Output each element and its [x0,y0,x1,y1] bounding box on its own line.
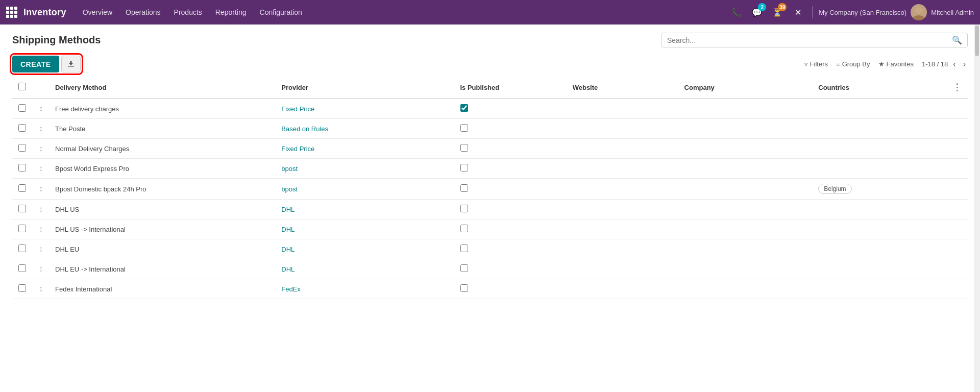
row-checkbox[interactable] [18,225,26,232]
pagination-next[interactable]: › [961,59,968,70]
is-published-checkbox[interactable] [460,104,468,112]
provider-link[interactable]: DHL [281,265,295,273]
delivery-method-link[interactable]: DHL US -> International [55,226,126,233]
provider-link[interactable]: bpost [281,165,298,173]
delivery-method-link[interactable]: The Poste [55,125,85,133]
delivery-method-link[interactable]: DHL US [55,206,79,213]
provider-link[interactable]: DHL [281,246,295,253]
app-grid-icon[interactable] [6,7,17,18]
import-button[interactable] [61,56,81,72]
drag-handle-icon[interactable]: ↕ [39,264,43,274]
table-row[interactable]: ↕DHL EUDHL [12,239,968,259]
company-cell [678,99,813,119]
is-published-cell [454,159,567,179]
is-published-cell [454,239,567,259]
company-name[interactable]: My Company (San Francisco) [819,9,906,16]
drag-handle-icon[interactable]: ↕ [39,205,43,214]
group-by-button[interactable]: ≡ Group By [836,60,870,68]
is-published-checkbox[interactable] [460,184,468,192]
row-more-cell [946,259,968,279]
company-cell [678,219,813,239]
table-row[interactable]: ↕DHL EU -> InternationalDHL [12,259,968,279]
row-checkbox[interactable] [18,184,26,192]
user-avatar[interactable] [911,4,927,20]
is-published-checkbox[interactable] [460,225,468,232]
is-published-checkbox[interactable] [460,264,468,272]
is-published-checkbox[interactable] [460,244,468,252]
drag-handle-icon[interactable]: ↕ [39,184,43,193]
table-row[interactable]: ↕The PosteBased on Rules [12,119,968,139]
drag-handle-cell: ↕ [33,139,49,159]
table-row[interactable]: ↕Normal Delivery ChargesFixed Price [12,139,968,159]
row-checkbox[interactable] [18,124,26,132]
select-all-checkbox[interactable] [18,83,26,90]
close-icon-btn[interactable]: ✕ [790,4,806,20]
provider-link[interactable]: Fixed Price [281,145,314,153]
row-checkbox[interactable] [18,205,26,212]
activity-icon-btn[interactable]: ⏳ 39 [769,4,786,20]
search-input[interactable] [667,36,952,44]
delivery-method-link[interactable]: Bpost Domestic bpack 24h Pro [55,185,146,193]
row-checkbox[interactable] [18,284,26,292]
drag-handle-cell: ↕ [33,219,49,239]
vertical-scrollbar[interactable] [974,24,980,392]
header-more: ⋮ [946,77,968,99]
search-icon[interactable]: 🔍 [952,35,962,45]
provider-link[interactable]: bpost [281,185,298,193]
favorites-button[interactable]: ★ Favorites [878,60,914,68]
delivery-method-link[interactable]: DHL EU [55,246,79,253]
filters-button[interactable]: ▿ Filters [804,60,828,68]
messages-icon-btn[interactable]: 💬 2 [749,4,765,20]
menu-overview[interactable]: Overview [77,5,118,19]
table-row[interactable]: ↕Fedex InternationalFedEx [12,279,968,299]
drag-handle-icon[interactable]: ↕ [39,244,43,254]
table-row[interactable]: ↕Bpost World Express Probpost [12,159,968,179]
is-published-checkbox[interactable] [460,205,468,212]
is-published-checkbox[interactable] [460,144,468,152]
phone-icon-btn[interactable]: 📞 [728,4,745,20]
delivery-method-link[interactable]: Bpost World Express Pro [55,165,129,173]
row-checkbox[interactable] [18,244,26,252]
company-cell [678,239,813,259]
menu-products[interactable]: Products [168,5,208,19]
favorites-label[interactable]: Favorites [887,60,914,68]
delivery-method-link[interactable]: Normal Delivery Charges [55,145,129,153]
column-options-icon[interactable]: ⋮ [952,82,962,92]
provider-link[interactable]: Fixed Price [281,105,314,113]
delivery-method-link[interactable]: Fedex International [55,285,112,293]
groupby-label[interactable]: Group By [842,60,870,68]
scrollbar-thumb[interactable] [975,26,979,56]
provider-link[interactable]: DHL [281,206,295,213]
filters-label[interactable]: Filters [810,60,828,68]
is-published-checkbox[interactable] [460,124,468,132]
pagination-prev[interactable]: ‹ [951,59,958,70]
drag-handle-icon[interactable]: ↕ [39,164,43,173]
is-published-cell [454,99,567,119]
drag-handle-icon[interactable]: ↕ [39,124,43,133]
row-checkbox[interactable] [18,164,26,172]
table-row[interactable]: ↕Free delivery chargesFixed Price [12,99,968,119]
row-checkbox[interactable] [18,144,26,152]
is-published-checkbox[interactable] [460,284,468,292]
row-checkbox[interactable] [18,264,26,272]
provider-link[interactable]: Based on Rules [281,125,328,133]
delivery-method-link[interactable]: Free delivery charges [55,105,119,113]
drag-handle-icon[interactable]: ↕ [39,104,43,113]
menu-reporting[interactable]: Reporting [209,5,253,19]
provider-link[interactable]: DHL [281,226,295,233]
delivery-method-link[interactable]: DHL EU -> International [55,265,126,273]
drag-handle-icon[interactable]: ↕ [39,144,43,153]
is-published-checkbox[interactable] [460,164,468,172]
table-row[interactable]: ↕Bpost Domestic bpack 24h ProbpostBelgiu… [12,179,968,200]
brand-name[interactable]: Inventory [23,7,66,18]
row-checkbox[interactable] [18,104,26,112]
username[interactable]: Mitchell Admin [931,9,974,16]
table-row[interactable]: ↕DHL US -> InternationalDHL [12,219,968,239]
drag-handle-icon[interactable]: ↕ [39,284,43,293]
drag-handle-icon[interactable]: ↕ [39,225,43,234]
menu-operations[interactable]: Operations [119,5,166,19]
menu-configuration[interactable]: Configuration [254,5,308,19]
create-button[interactable]: CREATE [12,56,59,72]
provider-link[interactable]: FedEx [281,285,301,293]
table-row[interactable]: ↕DHL USDHL [12,200,968,219]
